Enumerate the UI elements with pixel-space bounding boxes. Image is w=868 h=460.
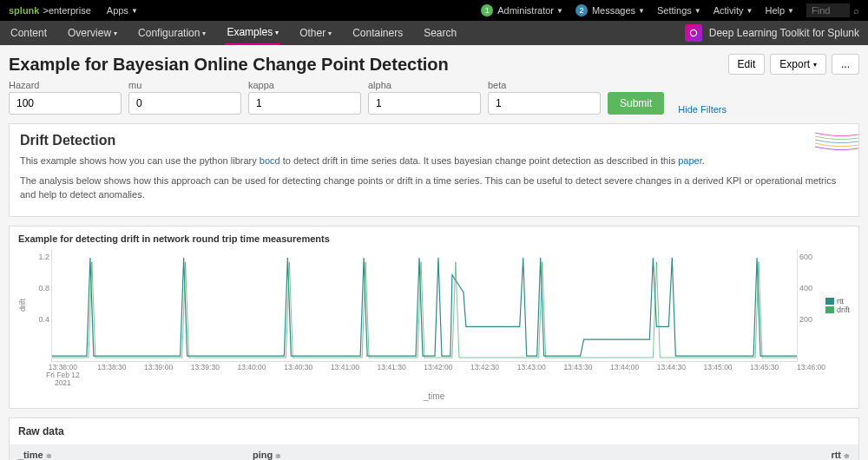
x-tick: 13:42:30 [470, 364, 499, 388]
chart-plot-area[interactable] [51, 249, 798, 362]
y-tick: 0.8 [38, 284, 49, 292]
nav-other[interactable]: Other▾ [298, 22, 333, 44]
col-ping-header[interactable]: ping≑ [244, 444, 789, 460]
mu-input[interactable] [128, 92, 241, 115]
y-axis-left-label: drift [18, 299, 27, 312]
x-axis-title: _time [18, 391, 850, 401]
hazard-input[interactable] [9, 92, 122, 115]
global-topbar: splunk >enterprise Apps▼ 1Administrator▼… [0, 0, 868, 21]
caret-down-icon: ▼ [694, 7, 701, 15]
caret-down-icon: ▼ [556, 7, 563, 15]
caret-down-icon: ▾ [813, 61, 817, 69]
settings-menu[interactable]: Settings▼ [657, 5, 701, 16]
x-tick: 13:44:00 [610, 364, 639, 388]
app-title: Deep Learning Toolkit for Splunk [685, 24, 859, 42]
admin-badge: 1 [481, 4, 493, 16]
raw-data-table: _time≑ ping≑ rtt≑ 2021-02-12 13:37:1464 … [10, 444, 858, 460]
x-tick: 13:40:00 [237, 364, 266, 388]
page-header: Example for Bayesian Online Change Point… [0, 45, 868, 80]
caret-down-icon: ▾ [114, 30, 117, 37]
drift-detection-panel: Drift Detection This example shows how y… [9, 123, 859, 217]
nav-containers[interactable]: Containers [351, 22, 404, 44]
y-tick: 600 [799, 253, 812, 261]
filter-beta: beta [488, 80, 601, 115]
filter-alpha: alpha [368, 80, 481, 115]
panel-paragraph-2: The analysis below shows how this approa… [20, 174, 848, 202]
panel-paragraph-1: This example shows how you can use the p… [20, 154, 848, 168]
y-tick: 1.2 [38, 253, 49, 261]
filter-kappa: kappa [248, 80, 361, 115]
y-tick: 0.4 [38, 315, 49, 324]
sort-icon: ≑ [46, 452, 52, 460]
x-tick: 13:39:30 [191, 364, 220, 388]
filter-hazard: Hazard [9, 80, 122, 115]
x-tick: 13:41:30 [378, 364, 406, 388]
filter-label: kappa [248, 80, 361, 90]
chart-legend: rtt drift [825, 297, 850, 314]
search-icon[interactable]: ⌕ [853, 5, 859, 16]
app-icon [685, 24, 702, 42]
x-tick: 13:44:30 [657, 364, 686, 388]
activity-menu[interactable]: Activity▼ [713, 5, 753, 16]
x-tick: 13:41:00 [331, 364, 359, 388]
filter-mu: mu [128, 80, 241, 115]
submit-button[interactable]: Submit [608, 92, 664, 115]
legend-swatch-drift [825, 306, 834, 313]
caret-down-icon: ▼ [638, 7, 645, 15]
x-tick: 13:39:00 [144, 364, 173, 388]
paper-link[interactable]: paper [678, 155, 702, 166]
legend-swatch-rtt [825, 298, 834, 305]
caret-down-icon: ▼ [746, 7, 753, 15]
more-button[interactable]: ... [832, 54, 859, 75]
messages-menu[interactable]: 2Messages▼ [575, 4, 645, 16]
svg-point-0 [690, 30, 696, 36]
beta-input[interactable] [488, 92, 601, 115]
filter-label: beta [488, 80, 601, 90]
legend-label: drift [837, 306, 850, 314]
y-axis-left: 1.2 0.8 0.4 [29, 249, 51, 362]
x-tick: 13:43:30 [563, 364, 592, 388]
find-input[interactable] [806, 3, 850, 17]
filter-label: alpha [368, 80, 481, 90]
brand-logo: splunk [9, 5, 39, 16]
col-rtt-header[interactable]: rtt≑ [789, 444, 858, 460]
app-navbar: Content Overview▾ Configuration▾ Example… [0, 21, 868, 45]
administrator-menu[interactable]: 1Administrator▼ [481, 4, 563, 16]
nav-search[interactable]: Search [422, 22, 458, 44]
help-menu[interactable]: Help▼ [765, 5, 794, 16]
col-time-header[interactable]: _time≑ [10, 444, 244, 460]
x-tick: 13:40:30 [284, 364, 312, 388]
y-axis-right: 600 400 200 [798, 249, 822, 362]
raw-data-panel: Raw data _time≑ ping≑ rtt≑ 2021-02-12 13… [9, 417, 859, 460]
x-tick: 13:46:00 [797, 364, 825, 388]
caret-down-icon: ▼ [131, 7, 138, 15]
chart-title: Example for detecting drift in network r… [18, 233, 850, 244]
panel-heading: Drift Detection [20, 133, 848, 148]
nav-content[interactable]: Content [9, 22, 49, 44]
export-button[interactable]: Export▾ [770, 54, 826, 75]
nav-configuration[interactable]: Configuration▾ [136, 22, 207, 44]
messages-badge: 2 [575, 4, 588, 16]
caret-down-icon: ▼ [787, 7, 794, 15]
caret-down-icon: ▾ [275, 29, 279, 36]
alpha-input[interactable] [368, 92, 481, 115]
x-tick: 13:43:00 [517, 364, 546, 388]
hide-filters-link[interactable]: Hide Filters [678, 104, 727, 115]
kappa-input[interactable] [248, 92, 361, 115]
x-tick: 13:45:30 [750, 364, 779, 388]
nav-examples[interactable]: Examples▾ [225, 21, 280, 45]
table-title: Raw data [10, 418, 858, 444]
page-title: Example for Bayesian Online Change Point… [9, 55, 723, 75]
x-tick: 13:42:00 [424, 364, 452, 388]
edit-button[interactable]: Edit [728, 54, 766, 75]
y-tick: 400 [799, 284, 812, 292]
x-axis: 13:38:00 Fri Feb 12 2021 13:38:30 13:39:… [46, 364, 825, 388]
nav-overview[interactable]: Overview▾ [66, 22, 119, 44]
bocd-link[interactable]: bocd [260, 155, 280, 166]
caret-down-icon: ▾ [202, 30, 206, 37]
y-tick: 200 [799, 315, 812, 324]
legend-label: rtt [837, 297, 844, 306]
apps-menu[interactable]: Apps▼ [107, 5, 138, 16]
x-tick: 13:45:00 [704, 364, 733, 388]
sort-icon: ≑ [844, 452, 850, 460]
